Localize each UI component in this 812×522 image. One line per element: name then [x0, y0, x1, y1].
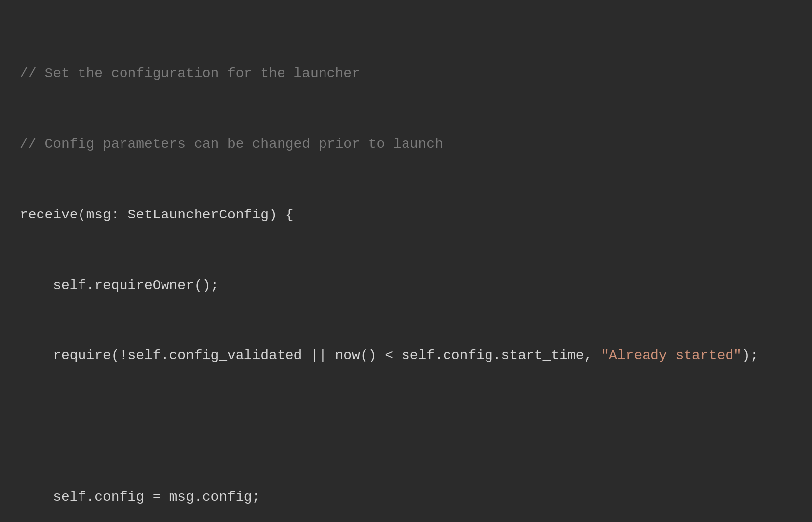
- line-5: require(!self.config_validated || now() …: [20, 344, 792, 368]
- line-7: self.config = msg.config;: [20, 485, 792, 509]
- line-6: [20, 415, 792, 438]
- line-3: receive(msg: SetLauncherConfig) {: [20, 203, 792, 227]
- line-1: // Set the configuration for the launche…: [20, 62, 792, 86]
- line-4: self.requireOwner();: [20, 274, 792, 298]
- code-editor: // Set the configuration for the launche…: [20, 15, 792, 522]
- line-2: // Config parameters can be changed prio…: [20, 132, 792, 156]
